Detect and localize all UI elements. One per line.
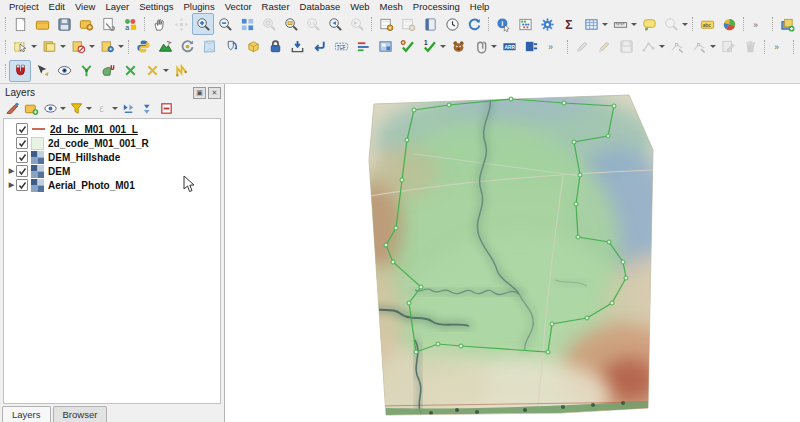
check-run-1-button[interactable]: 1 <box>418 36 440 58</box>
show-statistics-button[interactable]: Σ <box>558 13 580 35</box>
remove-layer-button[interactable] <box>157 100 176 118</box>
enable-tracing-button[interactable] <box>119 60 141 82</box>
menu-settings[interactable]: Settings <box>134 1 178 12</box>
tcf-tool-button[interactable]: TCF <box>330 36 352 58</box>
layer-checkbox[interactable] <box>16 123 28 135</box>
toolbar-overflow-2-button[interactable]: » <box>542 36 564 58</box>
menu-raster[interactable]: Raster <box>257 1 295 12</box>
map-decorations-button[interactable] <box>718 13 740 35</box>
measure-line-button[interactable] <box>609 13 631 35</box>
processing-toolbox-button[interactable] <box>536 13 558 35</box>
layer-row-2d_bc_M01_001_L[interactable]: 2d_bc_M01_001_L <box>4 122 220 136</box>
dem-terrain-tool-button[interactable] <box>154 36 176 58</box>
select-features-dropdown[interactable] <box>31 45 37 48</box>
select-by-value-button[interactable] <box>96 36 118 58</box>
expander-icon[interactable]: ▶ <box>7 167 16 175</box>
select-features-button[interactable] <box>9 36 31 58</box>
statistical-summary-button[interactable] <box>514 13 536 35</box>
deselect-all-button[interactable] <box>67 36 89 58</box>
avoid-overlap-dropdown[interactable] <box>163 69 169 72</box>
save-project-button[interactable] <box>53 13 75 35</box>
layer-row-DEM[interactable]: ▶DEM <box>4 164 220 178</box>
deselect-all-dropdown[interactable] <box>89 45 95 48</box>
menu-processing[interactable]: Processing <box>408 1 465 12</box>
layer-name[interactable]: Aerial_Photo_M01 <box>48 180 135 191</box>
snapping-mode-button[interactable] <box>31 60 53 82</box>
tab-layers[interactable]: Layers <box>2 406 51 422</box>
python-console-button[interactable] <box>132 36 154 58</box>
snapping-visibility-button[interactable] <box>53 60 75 82</box>
map-canvas[interactable] <box>224 84 800 422</box>
arr-plugin-button[interactable]: ARR <box>498 36 520 58</box>
toolbar-overflow-3-button[interactable]: » <box>768 36 790 58</box>
open-attribute-table-dropdown[interactable] <box>602 23 608 26</box>
plugin-animal-button[interactable] <box>447 36 469 58</box>
manage-map-themes-button[interactable] <box>41 100 60 118</box>
zoom-in-button[interactable] <box>192 13 214 35</box>
zoom-full-extent-button[interactable] <box>236 13 258 35</box>
layer-name[interactable]: DEM <box>48 166 70 177</box>
map-tips-button[interactable] <box>638 13 660 35</box>
layer-checkbox[interactable] <box>16 137 28 149</box>
zoom-last-button[interactable] <box>324 13 346 35</box>
menu-web[interactable]: Web <box>345 1 374 12</box>
open-attribute-table-button[interactable] <box>580 13 602 35</box>
project-properties-button[interactable] <box>97 13 119 35</box>
lock-scale-button[interactable] <box>264 36 286 58</box>
export-data-button[interactable] <box>308 36 330 58</box>
new-project-button[interactable] <box>9 13 31 35</box>
toolbar-overflow-1-button[interactable]: » <box>747 13 769 35</box>
layer-row-2d_code_M01_001_R[interactable]: 2d_code_M01_001_R <box>4 136 220 150</box>
layer-name[interactable]: DEM_Hillshade <box>48 152 120 163</box>
menu-project[interactable]: Project <box>4 1 44 12</box>
manage-map-themes-dropdown[interactable] <box>60 107 66 110</box>
menu-plugins[interactable]: Plugins <box>178 1 219 12</box>
filter-by-expression-dropdown[interactable] <box>112 107 118 110</box>
attachments-dropdown[interactable] <box>491 45 497 48</box>
zoom-to-layer-button[interactable] <box>280 13 302 35</box>
temporal-controller-button[interactable] <box>441 13 463 35</box>
layer-name[interactable]: 2d_bc_M01_001_L <box>50 124 138 135</box>
expander-icon[interactable]: ▶ <box>7 181 16 189</box>
layer-checkbox[interactable] <box>16 179 28 191</box>
panel-close-button[interactable]: ✕ <box>208 87 221 99</box>
style-manager-button[interactable]: a <box>119 13 141 35</box>
menu-database[interactable]: Database <box>295 1 346 12</box>
duplicate-layer-button[interactable] <box>776 13 798 35</box>
add-feature-dropdown[interactable] <box>659 45 665 48</box>
layers-panel-header[interactable]: Layers ▣ ✕ <box>0 84 224 100</box>
new-map-view-button[interactable] <box>375 13 397 35</box>
check-run-1-dropdown[interactable] <box>440 45 446 48</box>
import-data-button[interactable] <box>286 36 308 58</box>
select-by-form-button[interactable] <box>38 36 60 58</box>
layer-checkbox[interactable] <box>16 165 28 177</box>
collapse-all-button[interactable] <box>138 100 157 118</box>
layer-labeling-button[interactable]: abc <box>696 13 718 35</box>
filter-legend-dropdown[interactable] <box>86 107 92 110</box>
nominatim-search-dropdown[interactable] <box>682 23 688 26</box>
menu-view[interactable]: View <box>70 1 100 12</box>
expand-all-button[interactable] <box>119 100 138 118</box>
enable-snapping-button[interactable] <box>9 60 31 82</box>
menu-layer[interactable]: Layer <box>100 1 134 12</box>
identify-features-button[interactable]: i <box>492 13 514 35</box>
mesh-layer-button[interactable] <box>198 36 220 58</box>
layer-row-DEM_Hillshade[interactable]: DEM_Hillshade <box>4 150 220 164</box>
geometry-checker-button[interactable] <box>220 36 242 58</box>
open-project-button[interactable] <box>31 13 53 35</box>
tab-browser[interactable]: Browser <box>53 406 108 422</box>
georeferencer-button[interactable] <box>176 36 198 58</box>
pan-map-button[interactable] <box>148 13 170 35</box>
add-group-button[interactable] <box>22 100 41 118</box>
trace-offset-button[interactable] <box>170 60 192 82</box>
panel-float-button[interactable]: ▣ <box>193 87 206 99</box>
raster-calculator-button[interactable] <box>374 36 396 58</box>
show-bookmarks-button[interactable] <box>419 13 441 35</box>
attachments-button[interactable] <box>469 36 491 58</box>
menu-help[interactable]: Help <box>465 1 495 12</box>
menu-edit[interactable]: Edit <box>44 1 70 12</box>
layer-row-Aerial_Photo_M01[interactable]: ▶Aerial_Photo_M01 <box>4 178 220 192</box>
topological-editing-button[interactable] <box>75 60 97 82</box>
select-by-form-dropdown[interactable] <box>60 45 66 48</box>
avoid-overlap-button[interactable] <box>141 60 163 82</box>
